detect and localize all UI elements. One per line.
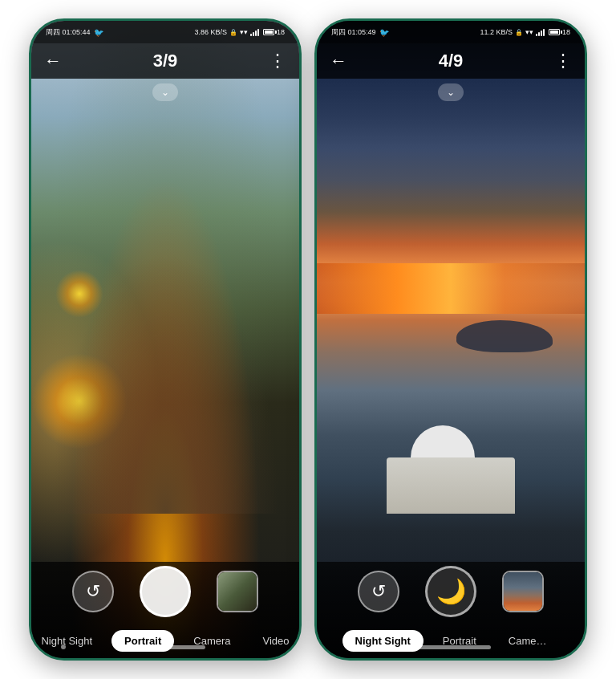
nav-back-indicator-1 [61,644,66,649]
phones-container: 周四 01:05:44 🐦 3.86 KB/S 🔒 ▾▾ [29,18,587,661]
capture-row-2: ↺ 🌙 [358,566,544,617]
island-silhouette [456,320,553,352]
nav-bar-2: ← 4/9 ⋮ [317,43,585,79]
day-time-2: 周四 01:05:49 [331,27,376,38]
battery-icon-2 [549,29,560,35]
wifi-icon-2: ▾▾ [525,28,533,36]
building-santorini [387,417,515,514]
battery-label-2: 18 [562,28,570,36]
battery-icon-1 [263,29,274,35]
back-button-2[interactable]: ← [330,51,347,71]
nav-bar-1: ← 3/9 ⋮ [31,43,299,79]
nav-back-indicator-2 [346,644,351,649]
capture-row-1: ↺ [72,566,258,617]
rotate-icon-2: ↺ [371,581,386,602]
more-button-2[interactable]: ⋮ [554,51,572,71]
phone-2: 周四 01:05:49 🐦 11.2 KB/S 🔒 ▾▾ [314,18,587,661]
rotate-button-1[interactable]: ↺ [72,571,114,612]
rotate-icon-1: ↺ [86,581,100,602]
chevron-down-icon-1: ⌄ [161,87,169,98]
home-bar-2 [317,636,585,658]
network-speed-2: 11.2 KB/S [480,28,513,36]
moon-icon: 🌙 [436,577,466,605]
chevron-down-icon-2: ⌄ [447,87,455,98]
lock-icon-2: 🔒 [515,29,523,36]
spacer-2 [550,644,555,649]
thumbnail-1[interactable] [217,571,258,612]
chevron-down-btn-2[interactable]: ⌄ [438,83,464,101]
home-pill-2 [411,645,491,649]
spacer-1 [265,644,270,649]
back-button-1[interactable]: ← [44,51,62,71]
status-bar-2: 周四 01:05:49 🐦 11.2 KB/S 🔒 ▾▾ [317,21,585,43]
home-pill-1 [125,645,205,649]
status-bar-1: 周四 01:05:44 🐦 3.86 KB/S 🔒 ▾▾ [31,21,299,43]
rotate-button-2[interactable]: ↺ [358,571,399,612]
signal-icon-2 [536,28,545,36]
wifi-icon-1: ▾▾ [240,28,248,36]
more-button-1[interactable]: ⋮ [269,51,286,71]
nav-title-1: 3/9 [153,51,178,71]
battery-label-1: 18 [277,28,285,36]
phone-1: 周四 01:05:44 🐦 3.86 KB/S 🔒 ▾▾ [29,18,302,661]
chevron-down-btn-1[interactable]: ⌄ [152,83,178,101]
shutter-button-1[interactable] [140,566,191,617]
signal-icon-1 [250,28,259,36]
nav-title-2: 4/9 [439,51,464,71]
shutter-button-2[interactable]: 🌙 [425,566,476,617]
home-bar-1 [31,636,299,658]
day-time-1: 周四 01:05:44 [46,27,91,38]
lock-icon-1: 🔒 [229,29,237,36]
thumbnail-2[interactable] [502,571,544,612]
network-speed-1: 3.86 KB/S [194,28,227,36]
